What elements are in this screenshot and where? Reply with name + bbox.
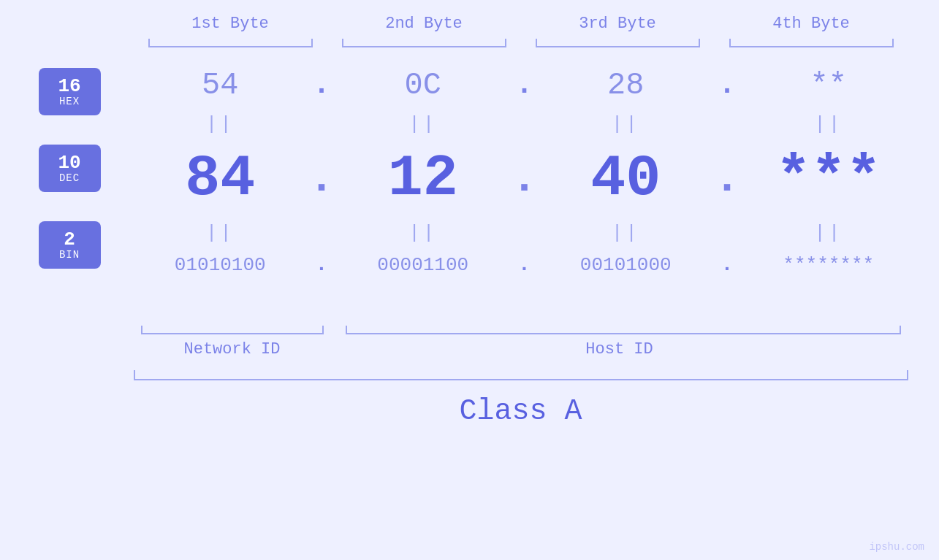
equals-cell-b2-2: || — [336, 222, 510, 244]
bin-b1-cell: 01010100 — [134, 254, 308, 276]
dec-b2-value: 12 — [388, 145, 458, 212]
bin-b4-cell: ******** — [742, 254, 916, 276]
id-labels-row: Network ID Host ID — [134, 340, 908, 358]
hex-badge: 16 HEX — [39, 68, 101, 115]
dec-value-row: 84 . 12 . 40 . *** — [134, 138, 916, 219]
dec-b1-cell: 84 — [134, 145, 308, 212]
network-id-label: Network ID — [134, 340, 331, 358]
bin-badge-num: 2 — [64, 229, 75, 250]
host-bracket — [338, 320, 908, 334]
bin-badge: 2 BIN — [39, 221, 101, 269]
dec-dot2: . — [510, 157, 539, 201]
bin-b1-value: 01010100 — [175, 254, 266, 276]
equals-row-2: || || || || — [134, 219, 916, 247]
bracket-b4 — [722, 39, 901, 53]
hex-b1-value: 54 — [202, 68, 238, 103]
equals-cell-b3-2: || — [539, 222, 713, 244]
bin-b2-cell: 00001100 — [336, 254, 510, 276]
hex-b3-cell: 28 — [539, 68, 713, 103]
dec-b3-cell: 40 — [539, 145, 713, 212]
host-id-label: Host ID — [331, 340, 908, 358]
equals-cell-b3-1: || — [539, 113, 713, 135]
dec-dot1: . — [307, 157, 336, 201]
dec-badge: 10 DEC — [39, 145, 101, 192]
equals-cell-b4-1: || — [742, 113, 916, 135]
bin-b3-cell: 00101000 — [539, 254, 713, 276]
bin-b3-value: 00101000 — [580, 254, 672, 276]
id-brackets — [134, 320, 908, 334]
bin-badge-label: BIN — [59, 250, 80, 261]
hex-b3-value: 28 — [607, 68, 644, 103]
dec-b4-value: *** — [776, 145, 881, 212]
dec-b1-value: 84 — [185, 145, 255, 212]
bracket-b3 — [528, 39, 707, 53]
equals-row-1: || || || || — [134, 110, 916, 138]
bin-dot1: . — [307, 255, 336, 275]
hex-value-row: 54 . 0C . 28 . ** — [134, 61, 916, 110]
hex-dot1: . — [307, 71, 336, 100]
byte4-header: 4th Byte — [715, 15, 908, 33]
dec-badge-num: 10 — [58, 153, 80, 174]
hex-b2-cell: 0C — [336, 68, 510, 103]
byte3-header: 3rd Byte — [521, 15, 715, 33]
bracket-b1 — [141, 39, 320, 53]
hex-b4-cell: ** — [742, 68, 916, 103]
bin-b4-value: ******** — [783, 254, 874, 276]
hex-dot3: . — [712, 71, 742, 100]
dec-b3-value: 40 — [590, 145, 661, 212]
main-container: 1st Byte 2nd Byte 3rd Byte 4th Byte 16 H… — [0, 0, 939, 560]
byte2-header: 2nd Byte — [327, 15, 521, 33]
watermark: ipshu.com — [869, 541, 924, 553]
bin-value-row: 01010100 . 00001100 . 00101000 . *******… — [134, 247, 916, 283]
base-labels-column: 16 HEX 10 DEC 2 BIN — [39, 61, 134, 312]
hex-b1-cell: 54 — [134, 68, 308, 103]
bin-b2-value: 00001100 — [377, 254, 468, 276]
bin-dot2: . — [510, 255, 539, 275]
hex-dot2: . — [510, 71, 539, 100]
byte-headers-row: 1st Byte 2nd Byte 3rd Byte 4th Byte — [134, 15, 908, 33]
bracket-b2 — [335, 39, 514, 53]
main-area: 16 HEX 10 DEC 2 BIN 54 . 0C — [39, 61, 916, 312]
dec-dot3: . — [712, 157, 742, 201]
hex-b4-value: ** — [810, 68, 847, 103]
hex-badge-num: 16 — [58, 76, 80, 97]
equals-cell-b4-2: || — [742, 222, 916, 244]
bin-dot3: . — [712, 255, 742, 275]
dec-badge-label: DEC — [59, 173, 80, 184]
class-label: Class A — [134, 388, 908, 435]
outer-bracket — [134, 366, 908, 380]
equals-cell-b1-2: || — [134, 222, 308, 244]
hex-b2-value: 0C — [405, 68, 441, 103]
bottom-section: Network ID Host ID Class A — [134, 320, 908, 435]
byte1-header: 1st Byte — [134, 15, 327, 33]
values-grid: 54 . 0C . 28 . ** || || — [134, 61, 916, 312]
network-bracket — [134, 320, 331, 334]
dec-b2-cell: 12 — [336, 145, 510, 212]
equals-cell-b2-1: || — [336, 113, 510, 135]
hex-badge-label: HEX — [59, 96, 80, 107]
dec-b4-cell: *** — [742, 145, 916, 212]
header-brackets — [134, 39, 908, 53]
equals-cell-b1-1: || — [134, 113, 308, 135]
